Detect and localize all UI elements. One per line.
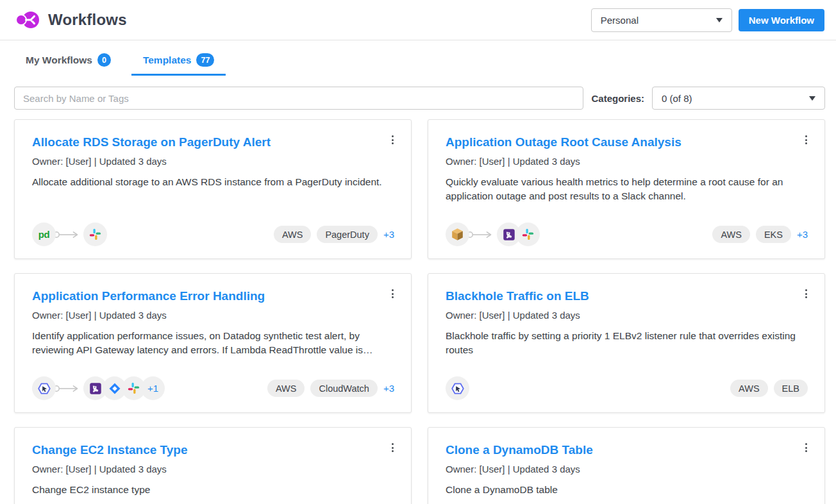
workflow-meta: Owner: [User] | Updated 3 days bbox=[446, 310, 808, 321]
workflow-title[interactable]: Application Performance Error Handling bbox=[32, 289, 394, 304]
tab-my-workflows[interactable]: My Workflows 0 bbox=[14, 52, 122, 76]
tag-pill: AWS bbox=[730, 380, 768, 397]
datadog-icon bbox=[497, 223, 521, 246]
workflow-description: Blackhole traffic by setting a priority … bbox=[446, 329, 808, 357]
workflow-description: Quickly evaluate various health metrics … bbox=[446, 175, 808, 203]
tab-bar: My Workflows 0 Templates 77 bbox=[0, 40, 836, 76]
connector-arrow-icon bbox=[466, 230, 496, 239]
tag-pill: PagerDuty bbox=[317, 226, 378, 243]
workflows-page: Workflows Personal New Workflow My Workf… bbox=[0, 0, 836, 504]
templates-count-badge: 77 bbox=[196, 53, 214, 67]
categories-select[interactable]: 0 (of 8) bbox=[652, 87, 825, 110]
tab-label: My Workflows bbox=[26, 55, 92, 66]
workflow-connector-icons bbox=[446, 223, 540, 246]
pagerduty-icon: pd bbox=[32, 223, 56, 246]
card-footer: AWSEKS+3 bbox=[446, 223, 808, 246]
card-menu-button[interactable] bbox=[385, 285, 399, 302]
new-workflow-button[interactable]: New Workflow bbox=[739, 9, 824, 31]
workflow-card[interactable]: Clone a DynamoDB Table Owner: [User] | U… bbox=[428, 427, 825, 504]
card-menu-button[interactable] bbox=[799, 439, 813, 456]
tag-pill: CloudWatch bbox=[310, 380, 377, 397]
workflow-meta: Owner: [User] | Updated 3 days bbox=[32, 464, 394, 475]
tag-pill: ELB bbox=[774, 380, 808, 397]
tag-pill: AWS bbox=[712, 226, 750, 243]
workflow-description: Change EC2 instance type bbox=[32, 483, 394, 497]
card-menu-button[interactable] bbox=[385, 131, 399, 148]
more-tags-link[interactable]: +3 bbox=[383, 383, 394, 394]
workflow-title[interactable]: Change EC2 Instance Type bbox=[32, 442, 394, 458]
aws-icon bbox=[446, 223, 469, 246]
tab-label: Templates bbox=[143, 55, 192, 66]
my-workflows-count-badge: 0 bbox=[97, 53, 111, 67]
chevron-down-icon bbox=[809, 96, 815, 101]
app-logo-icon bbox=[15, 8, 41, 31]
card-menu-button[interactable] bbox=[385, 439, 399, 456]
card-menu-button[interactable] bbox=[799, 131, 813, 148]
target-icons: +1 bbox=[83, 376, 165, 400]
workflow-title[interactable]: Clone a DynamoDB Table bbox=[446, 442, 808, 458]
workflow-meta: Owner: [User] | Updated 3 days bbox=[32, 310, 394, 321]
workflow-tags: AWSCloudWatch+3 bbox=[267, 380, 394, 397]
card-footer: AWSELB bbox=[446, 376, 808, 400]
workflow-title[interactable]: Application Outage Root Cause Analysis bbox=[446, 135, 808, 150]
workspace-select-value: Personal bbox=[601, 15, 639, 26]
workflow-title[interactable]: Allocate RDS Storage on PagerDuty Alert bbox=[32, 135, 394, 150]
search-input[interactable] bbox=[14, 87, 583, 110]
categories-select-value: 0 (of 8) bbox=[662, 93, 692, 104]
target-icons bbox=[83, 223, 107, 246]
workflow-description: Allocate additional storage to an AWS RD… bbox=[32, 175, 394, 189]
workflow-card[interactable]: Application Performance Error Handling O… bbox=[14, 273, 412, 413]
workflow-connector-icons: pd bbox=[32, 223, 107, 246]
more-tags-link[interactable]: +3 bbox=[797, 229, 808, 240]
workflow-title[interactable]: Blackhole Traffic on ELB bbox=[446, 289, 808, 304]
workflow-connector-icons: +1 bbox=[32, 376, 165, 400]
workflow-grid: Allocate RDS Storage on PagerDuty Alert … bbox=[14, 119, 825, 504]
workflow-description: Identify application performance issues,… bbox=[32, 329, 394, 357]
card-footer: pd AWSPagerDuty+3 bbox=[32, 223, 394, 246]
datadog-icon bbox=[83, 376, 107, 400]
tab-templates[interactable]: Templates 77 bbox=[131, 52, 226, 76]
workflow-meta: Owner: [User] | Updated 3 days bbox=[32, 156, 394, 167]
workflow-card[interactable]: Blackhole Traffic on ELB Owner: [User] |… bbox=[428, 273, 825, 413]
workflow-connector-icons bbox=[446, 376, 469, 400]
workflow-card[interactable]: Application Outage Root Cause Analysis O… bbox=[428, 119, 825, 259]
more-tags-link[interactable]: +3 bbox=[383, 229, 394, 240]
connector-arrow-icon bbox=[53, 384, 82, 393]
tag-pill: EKS bbox=[756, 226, 791, 243]
hexagon-cursor-icon bbox=[446, 376, 469, 400]
hexagon-cursor-icon bbox=[32, 376, 56, 400]
workflow-tags: AWSELB bbox=[730, 380, 808, 397]
target-icons bbox=[497, 223, 540, 246]
workflow-tags: AWSPagerDuty+3 bbox=[274, 226, 394, 243]
page-header: Workflows Personal New Workflow bbox=[0, 0, 836, 40]
connector-arrow-icon bbox=[53, 230, 82, 239]
filter-bar: Categories: 0 (of 8) bbox=[14, 87, 825, 110]
card-menu-button[interactable] bbox=[799, 285, 813, 302]
card-footer: +1 AWSCloudWatch+3 bbox=[32, 376, 394, 400]
workflow-tags: AWSEKS+3 bbox=[712, 226, 808, 243]
tag-pill: AWS bbox=[274, 226, 312, 243]
page-title: Workflows bbox=[48, 11, 127, 29]
tag-pill: AWS bbox=[267, 380, 305, 397]
workflow-description: Clone a DynamoDB table bbox=[446, 483, 808, 497]
workflow-meta: Owner: [User] | Updated 3 days bbox=[446, 156, 808, 167]
workflow-card[interactable]: Allocate RDS Storage on PagerDuty Alert … bbox=[14, 119, 412, 259]
workspace-select[interactable]: Personal bbox=[591, 8, 732, 32]
categories-label: Categories: bbox=[591, 93, 644, 104]
workflow-card[interactable]: Change EC2 Instance Type Owner: [User] |… bbox=[14, 427, 412, 504]
chevron-down-icon bbox=[716, 18, 723, 22]
workflow-meta: Owner: [User] | Updated 3 days bbox=[446, 464, 808, 475]
slack-icon bbox=[83, 223, 107, 246]
